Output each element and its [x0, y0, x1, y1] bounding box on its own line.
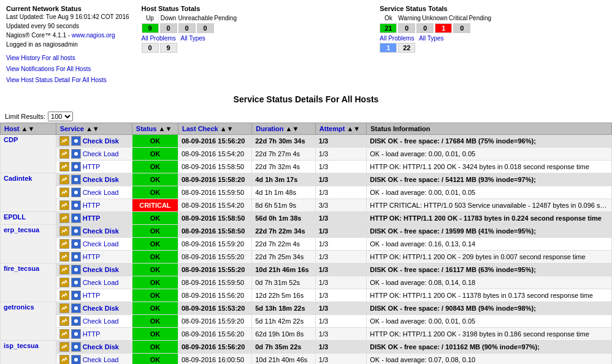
- service-action-icon[interactable]: [71, 149, 81, 159]
- host-all-types-link[interactable]: All Types: [180, 35, 205, 42]
- service-action-icon[interactable]: [71, 303, 81, 313]
- service-graph-icon[interactable]: [59, 239, 69, 249]
- host-link[interactable]: getronics: [4, 303, 34, 311]
- last-check-cell: 08-09-2016 15:54:20: [178, 199, 251, 212]
- nagios-link[interactable]: www.nagios.org: [72, 32, 115, 39]
- host-link[interactable]: erp_tecsua: [4, 226, 39, 233]
- service-graph-icon[interactable]: [59, 342, 69, 352]
- service-graph-icon[interactable]: [59, 200, 69, 210]
- service-link[interactable]: HTTP: [83, 163, 101, 170]
- service-count-pending[interactable]: 0: [453, 23, 470, 33]
- service-link[interactable]: HTTP: [83, 330, 101, 338]
- service-count-critical[interactable]: 1: [435, 23, 452, 33]
- service-link[interactable]: Check Load: [83, 240, 119, 248]
- host-link[interactable]: isp_tecsua: [4, 342, 39, 349]
- service-action-icon[interactable]: [71, 136, 81, 146]
- service-action-icon[interactable]: [71, 278, 81, 287]
- service-link[interactable]: Check Load: [83, 150, 119, 157]
- service-action-icon[interactable]: [71, 252, 81, 262]
- service-count-unknown[interactable]: 0: [416, 23, 434, 33]
- service-graph-icon[interactable]: [59, 252, 69, 262]
- service-action-icon[interactable]: [71, 290, 81, 300]
- history-link[interactable]: View History For all hosts: [6, 55, 75, 61]
- col-attempt[interactable]: Attempt ▲▼: [315, 123, 367, 135]
- host-link[interactable]: CDP: [4, 136, 18, 143]
- service-link[interactable]: Check Load: [83, 279, 119, 286]
- service-graph-icon[interactable]: [59, 175, 69, 184]
- service-count-warning[interactable]: 0: [398, 23, 415, 33]
- service-link[interactable]: Check Disk: [83, 266, 119, 273]
- service-action-icon[interactable]: [71, 226, 81, 236]
- service-filter-val0[interactable]: 1: [380, 43, 397, 53]
- col-last-check[interactable]: Last Check ▲▼: [178, 123, 251, 135]
- status-cell: OK: [132, 212, 178, 225]
- service-link[interactable]: Check Load: [83, 317, 119, 325]
- host-count-pending[interactable]: 0: [197, 23, 214, 33]
- service-action-icon[interactable]: [71, 188, 81, 197]
- notifications-link[interactable]: View Notifications For All Hosts: [6, 66, 91, 72]
- service-graph-icon[interactable]: [59, 265, 69, 275]
- service-link[interactable]: HTTP: [83, 292, 101, 299]
- service-graph-icon[interactable]: [59, 136, 69, 146]
- service-link[interactable]: Check Load: [83, 189, 119, 196]
- host-row: isp_tecsuaCheck DiskOK08-09-2016 15:56:2…: [1, 341, 612, 354]
- service-graph-icon[interactable]: [59, 213, 69, 223]
- col-service[interactable]: Service ▲▼: [56, 123, 132, 135]
- status-meta: Last Updated: Tue Aug 9 16:01:42 COT 201…: [6, 12, 129, 49]
- service-graph-icon[interactable]: [59, 188, 69, 197]
- service-graph-icon[interactable]: [59, 278, 69, 287]
- host-link[interactable]: fire_tecsua: [4, 265, 39, 272]
- service-link[interactable]: HTTP: [83, 214, 101, 222]
- service-link[interactable]: Check Disk: [83, 176, 119, 183]
- host-filter-val0[interactable]: 0: [142, 43, 159, 53]
- service-action-icon[interactable]: [71, 175, 81, 184]
- service-link[interactable]: HTTP: [83, 202, 101, 209]
- duration-cell: 22d 7h 27m 4s: [252, 148, 316, 161]
- service-graph-icon[interactable]: [59, 329, 69, 339]
- host-link[interactable]: EPDLL: [4, 213, 26, 221]
- service-action-icon[interactable]: [71, 355, 81, 364]
- host-count-up[interactable]: 9: [142, 23, 159, 33]
- service-action-icon[interactable]: [71, 239, 81, 249]
- service-graph-icon[interactable]: [59, 316, 69, 326]
- service-graph-icon[interactable]: [59, 162, 69, 172]
- service-link[interactable]: Check Disk: [83, 227, 119, 235]
- service-link[interactable]: Check Load: [83, 356, 119, 363]
- host-count-unreachable[interactable]: 0: [178, 23, 196, 33]
- host-count-down[interactable]: 0: [160, 23, 177, 33]
- service-action-icon[interactable]: [71, 200, 81, 210]
- host-filter-val1[interactable]: 9: [160, 43, 177, 53]
- service-link[interactable]: Check Disk: [83, 305, 119, 312]
- col-host[interactable]: Host ▲▼: [1, 123, 56, 135]
- service-link[interactable]: Check Disk: [83, 137, 119, 145]
- host-cell: Cadintek: [1, 173, 56, 212]
- svg-point-3: [74, 178, 78, 181]
- service-action-icon[interactable]: [71, 316, 81, 326]
- service-action-icon[interactable]: [71, 342, 81, 352]
- svg-point-10: [74, 268, 78, 271]
- service-graph-icon[interactable]: [59, 149, 69, 159]
- status-cell: OK: [132, 186, 178, 199]
- service-graph-icon[interactable]: [59, 355, 69, 364]
- service-action-icon[interactable]: [71, 162, 81, 172]
- service-filter-links: All Problems All Types: [380, 35, 606, 42]
- service-graph-icon[interactable]: [59, 290, 69, 300]
- host-link[interactable]: Cadintek: [4, 175, 32, 182]
- table-row: HTTPOK08-09-2016 15:56:2062d 19h 10m 8s1…: [1, 328, 612, 341]
- service-action-icon[interactable]: [71, 329, 81, 339]
- col-status[interactable]: Status ▲▼: [132, 123, 178, 135]
- service-all-problems-link[interactable]: All Problems: [380, 35, 414, 42]
- service-filter-val1[interactable]: 22: [398, 43, 415, 53]
- service-graph-icon[interactable]: [59, 226, 69, 236]
- service-count-ok[interactable]: 21: [380, 23, 397, 33]
- service-link[interactable]: HTTP: [83, 253, 101, 260]
- service-graph-icon[interactable]: [59, 303, 69, 313]
- host-detail-link[interactable]: View Host Status Detail For All Hosts: [6, 77, 107, 83]
- service-all-types-link[interactable]: All Types: [419, 35, 443, 42]
- col-duration[interactable]: Duration ▲▼: [252, 123, 316, 135]
- service-action-icon[interactable]: [71, 265, 81, 275]
- limit-select[interactable]: 100 25 50 200: [48, 112, 73, 121]
- service-link[interactable]: Check Disk: [83, 343, 119, 351]
- host-all-problems-link[interactable]: All Problems: [142, 35, 176, 42]
- service-action-icon[interactable]: [71, 213, 81, 223]
